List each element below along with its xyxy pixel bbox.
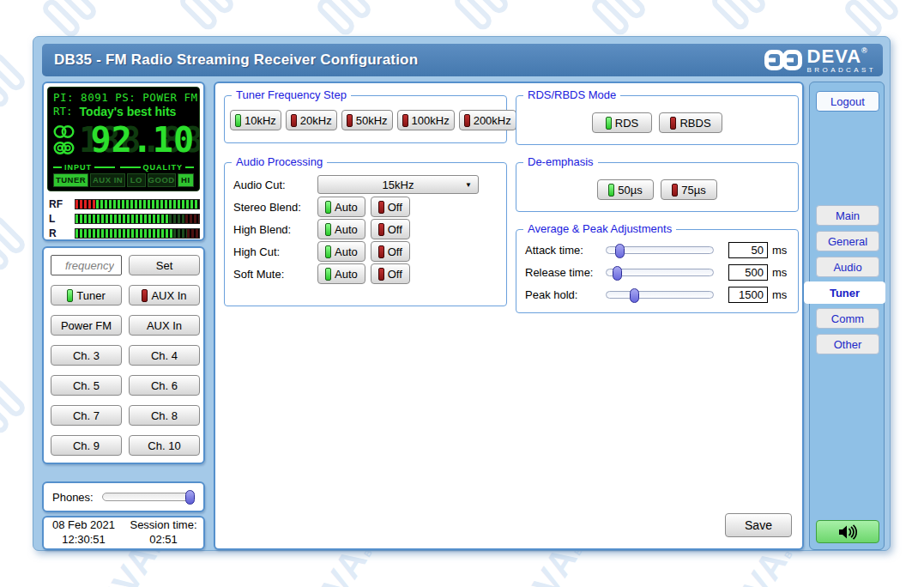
tab-tuner[interactable]: Tuner bbox=[804, 281, 885, 304]
high-cut-auto-led bbox=[325, 245, 331, 258]
step-20khz-button[interactable]: 20kHz bbox=[286, 110, 337, 130]
release-time-unit: ms bbox=[772, 266, 789, 279]
audio-cut-select[interactable]: 15kHz ▼ bbox=[317, 175, 479, 194]
peak-hold-slider[interactable] bbox=[606, 291, 714, 299]
phones-label: Phones: bbox=[52, 491, 94, 504]
attack-time-slider[interactable] bbox=[606, 246, 714, 254]
speaker-icon bbox=[837, 524, 858, 540]
left-audio-meter: L bbox=[49, 211, 200, 226]
stereo-blend-auto-led bbox=[325, 201, 331, 214]
preset-ch4-button[interactable]: Ch. 4 bbox=[129, 345, 200, 366]
peak-hold-slider-thumb[interactable] bbox=[630, 288, 639, 303]
watermark-logo-glyph bbox=[451, 0, 511, 33]
badge-tuner: TUNER bbox=[53, 173, 88, 187]
badge-hi: HI bbox=[178, 173, 194, 187]
rbds-button[interactable]: RBDS bbox=[659, 112, 722, 133]
right-meter-label: R bbox=[49, 227, 75, 239]
audio-processing-legend: Audio Processing bbox=[232, 155, 327, 168]
watermark-logo-glyph bbox=[314, 0, 374, 39]
watermark-logo-glyph bbox=[842, 0, 902, 40]
step-200khz-button[interactable]: 200kHz bbox=[459, 110, 516, 130]
release-time-slider-thumb[interactable] bbox=[613, 266, 622, 281]
tuner-frequency-step-group: Tuner Frequency Step 10kHz 20kHz 50kHz 1… bbox=[224, 95, 507, 143]
attack-time-slider-thumb[interactable] bbox=[615, 244, 625, 258]
deemphasis-75us-button[interactable]: 75µs bbox=[661, 179, 717, 200]
preset-ch10-button[interactable]: Ch. 10 bbox=[129, 435, 200, 456]
audio-monitor-button[interactable] bbox=[816, 520, 879, 543]
logout-button[interactable]: Logout bbox=[816, 91, 879, 112]
frequency-value: 92.10 bbox=[79, 120, 194, 160]
preset-ch6-button[interactable]: Ch. 6 bbox=[129, 375, 200, 396]
phones-slider-thumb[interactable] bbox=[185, 490, 195, 505]
average-peak-adjustments-group: Average & Peak Adjustments Attack time: … bbox=[516, 229, 799, 313]
attack-time-label: Attack time: bbox=[525, 244, 606, 257]
stereo-blend-off-button[interactable]: Off bbox=[371, 197, 410, 217]
badge-good: GOOD bbox=[148, 173, 176, 187]
left-meter-label: L bbox=[49, 213, 75, 225]
audio-cut-value: 15kHz bbox=[383, 179, 414, 191]
tab-general[interactable]: General bbox=[816, 231, 879, 251]
preset-ch3-button[interactable]: Ch. 3 bbox=[51, 345, 122, 366]
tab-other[interactable]: Other bbox=[816, 334, 879, 354]
aux-in-source-button[interactable]: AUX In bbox=[129, 285, 200, 306]
badge-aux-in: AUX IN bbox=[90, 173, 125, 187]
navigation-sidebar: Logout Main General Audio Tuner Comm Oth… bbox=[809, 82, 885, 550]
watermark-logo-glyph bbox=[39, 0, 100, 40]
lcd-rt-text: Today's best hits bbox=[80, 105, 177, 118]
tab-main[interactable]: Main bbox=[816, 205, 879, 226]
preset-aux-in-button[interactable]: AUX In bbox=[129, 315, 200, 336]
high-cut-off-led bbox=[378, 245, 384, 258]
frequency-input[interactable] bbox=[51, 255, 122, 275]
watermark-logo-glyph bbox=[589, 0, 649, 39]
lcd-scale-labels: INPUT QUALITY bbox=[53, 163, 194, 172]
peak-hold-value-field[interactable] bbox=[728, 287, 768, 303]
deemphasis-75us-led bbox=[672, 184, 678, 197]
frequency-readout: 188.88 92.10 bbox=[79, 120, 194, 160]
peak-hold-label: Peak hold: bbox=[525, 288, 606, 301]
high-cut-auto-button[interactable]: Auto bbox=[317, 241, 365, 262]
soft-mute-off-button[interactable]: Off bbox=[371, 263, 410, 284]
rds-button[interactable]: RDS bbox=[592, 112, 652, 133]
rf-meter: RF bbox=[49, 197, 200, 211]
lcd-rt-label: RT: bbox=[53, 105, 73, 118]
deemphasis-50us-led bbox=[608, 184, 614, 197]
phones-volume-slider[interactable] bbox=[102, 493, 195, 501]
page-title: DB35 - FM Radio Streaming Receiver Confi… bbox=[54, 51, 418, 69]
preset-power-fm-button[interactable]: Power FM bbox=[51, 315, 122, 336]
rbds-led bbox=[670, 117, 676, 130]
preset-ch5-button[interactable]: Ch. 5 bbox=[51, 375, 122, 396]
device-date-time: 08 Feb 2021 12:30:51 bbox=[44, 518, 124, 548]
attack-time-value-field[interactable] bbox=[728, 242, 768, 258]
high-blend-off-button[interactable]: Off bbox=[371, 219, 410, 239]
tuner-source-button[interactable]: Tuner bbox=[51, 285, 122, 306]
tuner-led-indicator bbox=[67, 289, 73, 302]
preset-ch7-button[interactable]: Ch. 7 bbox=[51, 405, 122, 426]
step-100khz-button[interactable]: 100kHz bbox=[397, 110, 455, 130]
tab-audio[interactable]: Audio bbox=[816, 257, 879, 277]
tab-comm[interactable]: Comm bbox=[816, 308, 879, 329]
preset-ch8-button[interactable]: Ch. 8 bbox=[129, 405, 200, 426]
watermark-logo-glyph bbox=[709, 0, 769, 33]
set-frequency-button[interactable]: Set bbox=[129, 255, 200, 275]
step-10khz-button[interactable]: 10kHz bbox=[230, 110, 281, 130]
high-blend-auto-button[interactable]: Auto bbox=[317, 219, 365, 239]
deemphasis-50us-button[interactable]: 50µs bbox=[597, 179, 654, 200]
save-button[interactable]: Save bbox=[725, 513, 792, 537]
phones-panel: Phones: bbox=[42, 481, 205, 512]
step-200khz-led bbox=[464, 114, 470, 127]
high-blend-off-led bbox=[378, 223, 384, 236]
stereo-blend-auto-button[interactable]: Auto bbox=[317, 197, 365, 217]
preset-ch9-button[interactable]: Ch. 9 bbox=[51, 435, 122, 456]
lcd-pi-ps-line: PI: 8091 PS: POWER FM bbox=[53, 91, 194, 104]
release-time-value-field[interactable] bbox=[728, 264, 768, 281]
attack-time-unit: ms bbox=[772, 244, 789, 257]
soft-mute-auto-button[interactable]: Auto bbox=[317, 263, 365, 284]
high-cut-off-button[interactable]: Off bbox=[371, 241, 410, 262]
watermark-logo-glyph bbox=[0, 376, 28, 436]
quality-label: QUALITY bbox=[141, 163, 186, 172]
deva-logo: DEVA® BROADCAST bbox=[764, 47, 876, 74]
step-50khz-button[interactable]: 50kHz bbox=[341, 110, 393, 130]
session-time: Session time: 02:51 bbox=[124, 518, 203, 548]
release-time-slider[interactable] bbox=[606, 269, 714, 276]
high-cut-label: High Cut: bbox=[233, 245, 312, 258]
